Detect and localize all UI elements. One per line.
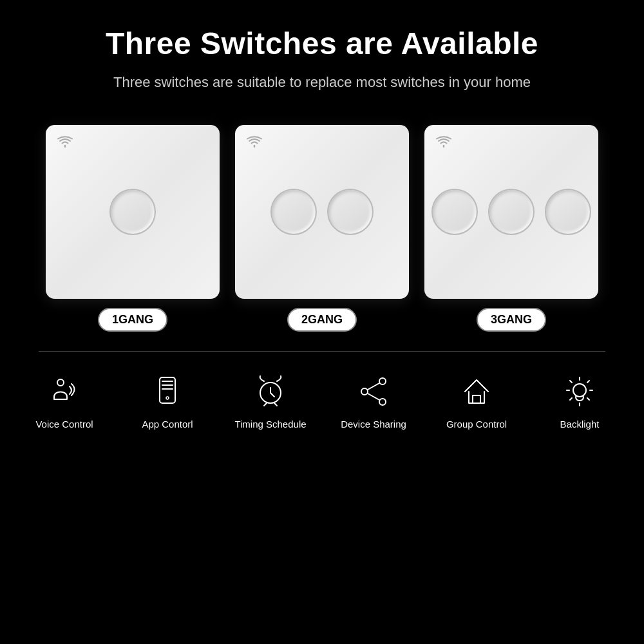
section-divider [39, 351, 605, 352]
page-subtitle: Three switches are suitable to replace m… [106, 71, 538, 93]
wifi-icon-2gang [245, 135, 263, 152]
switch-1gang: 1GANG [46, 125, 220, 332]
switch-btn-3a[interactable] [431, 189, 478, 235]
buttons-area-1gang [109, 189, 156, 235]
switch-panel-1gang [46, 125, 220, 299]
svg-point-12 [361, 388, 368, 395]
device-sharing-icon [353, 371, 394, 412]
wifi-icon-1gang [56, 135, 74, 152]
svg-point-0 [57, 379, 64, 386]
svg-point-13 [379, 399, 386, 405]
badge-1gang: 1GANG [98, 308, 167, 332]
group-control-label: Group Control [446, 419, 507, 430]
svg-line-25 [570, 398, 572, 400]
switch-btn-1[interactable] [109, 189, 156, 235]
svg-point-11 [379, 378, 386, 384]
wifi-icon-3gang [435, 135, 453, 152]
svg-line-15 [368, 393, 379, 400]
svg-rect-16 [473, 395, 480, 403]
svg-line-24 [587, 381, 589, 383]
app-control-label: App Contorl [142, 419, 193, 430]
switch-btn-2b[interactable] [327, 189, 374, 235]
badge-3gang: 3GANG [477, 308, 546, 332]
switch-btn-3c[interactable] [545, 189, 591, 235]
features-row: Voice Control App Contorl [0, 365, 644, 442]
feature-group-control: Group Control [435, 371, 518, 430]
feature-app-control: App Contorl [126, 371, 209, 430]
svg-point-5 [166, 397, 169, 399]
switch-btn-2a[interactable] [270, 189, 317, 235]
svg-line-8 [270, 393, 274, 397]
feature-device-sharing: Device Sharing [332, 371, 415, 430]
voice-control-icon [44, 371, 85, 412]
switch-2gang: 2GANG [235, 125, 409, 332]
timing-schedule-icon [250, 371, 291, 412]
header-section: Three Switches are Available Three switc… [93, 0, 551, 106]
buttons-area-2gang [270, 189, 374, 235]
switch-3gang: 3GANG [424, 125, 598, 332]
backlight-label: Backlight [560, 419, 600, 430]
feature-timing-schedule: Timing Schedule [229, 371, 312, 430]
group-control-icon [456, 371, 497, 412]
voice-control-label: Voice Control [35, 419, 93, 430]
switches-row: 1GANG 2GANG [0, 106, 644, 338]
page-title: Three Switches are Available [106, 26, 538, 61]
svg-point-17 [573, 384, 586, 397]
timing-schedule-label: Timing Schedule [234, 419, 306, 430]
app-control-icon [147, 371, 188, 412]
feature-voice-control: Voice Control [23, 371, 106, 430]
svg-line-9 [264, 403, 267, 406]
switch-panel-2gang [235, 125, 409, 299]
device-sharing-label: Device Sharing [341, 419, 406, 430]
backlight-icon [559, 371, 600, 412]
svg-line-10 [274, 403, 277, 406]
switch-panel-3gang [424, 125, 598, 299]
switch-btn-3b[interactable] [488, 189, 535, 235]
feature-backlight: Backlight [538, 371, 621, 430]
svg-line-14 [368, 383, 379, 390]
svg-line-23 [587, 398, 589, 400]
buttons-area-3gang [431, 189, 591, 235]
badge-2gang: 2GANG [287, 308, 357, 332]
svg-line-22 [570, 381, 572, 383]
